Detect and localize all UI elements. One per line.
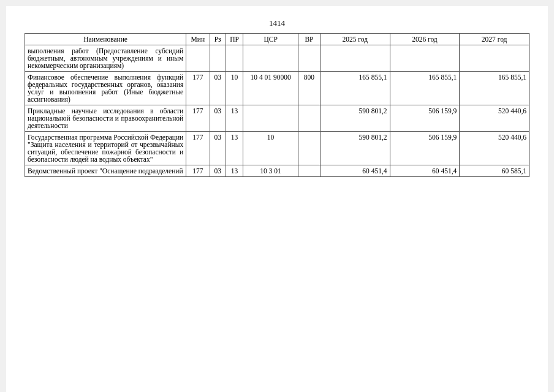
cell-rz-3: 03 bbox=[210, 132, 226, 165]
cell-y2026-2: 506 159,9 bbox=[390, 105, 460, 132]
cell-vr-2 bbox=[298, 105, 321, 132]
col-header-min: Мин bbox=[186, 34, 210, 45]
cell-y2025-2: 590 801,2 bbox=[320, 105, 390, 132]
col-header-vr: ВР bbox=[298, 34, 321, 45]
cell-name-0: выполнения работ (Предоставление субсиди… bbox=[25, 45, 186, 72]
cell-pr-3: 13 bbox=[226, 132, 243, 165]
page: 1414 Наименование Мин Рз ПР ЦСР ВР 2025 … bbox=[6, 6, 548, 392]
cell-rz-0 bbox=[210, 45, 226, 72]
col-header-pr: ПР bbox=[226, 34, 243, 45]
cell-y2025-3: 590 801,2 bbox=[320, 132, 390, 165]
cell-y2026-3: 506 159,9 bbox=[390, 132, 460, 165]
table-row: выполнения работ (Предоставление субсиди… bbox=[25, 45, 529, 72]
cell-min-4: 177 bbox=[186, 165, 210, 177]
col-header-y2025: 2025 год bbox=[320, 34, 390, 45]
cell-csr-3: 10 bbox=[243, 132, 298, 165]
cell-vr-3 bbox=[298, 132, 321, 165]
cell-rz-2: 03 bbox=[210, 105, 226, 132]
table-row: Ведомственный проект "Оснащение подразде… bbox=[25, 165, 529, 177]
cell-y2026-4: 60 451,4 bbox=[390, 165, 460, 177]
cell-vr-4 bbox=[298, 165, 321, 177]
table-row: Государственная программа Российской Фед… bbox=[25, 132, 529, 165]
table-row: Финансовое обеспечение выполнения функци… bbox=[25, 72, 529, 105]
cell-rz-1: 03 bbox=[210, 72, 226, 105]
cell-pr-2: 13 bbox=[226, 105, 243, 132]
col-header-rz: Рз bbox=[210, 34, 226, 45]
col-header-csr: ЦСР bbox=[243, 34, 298, 45]
page-number: 1414 bbox=[25, 18, 529, 28]
cell-y2027-1: 165 855,1 bbox=[460, 72, 529, 105]
cell-y2025-4: 60 451,4 bbox=[320, 165, 390, 177]
main-table: Наименование Мин Рз ПР ЦСР ВР 2025 год 2… bbox=[25, 33, 529, 177]
cell-csr-2 bbox=[243, 105, 298, 132]
cell-y2025-1: 165 855,1 bbox=[320, 72, 390, 105]
cell-pr-1: 10 bbox=[226, 72, 243, 105]
cell-vr-1: 800 bbox=[298, 72, 321, 105]
cell-rz-4: 03 bbox=[210, 165, 226, 177]
cell-pr-4: 13 bbox=[226, 165, 243, 177]
cell-csr-0 bbox=[243, 45, 298, 72]
cell-csr-4: 10 3 01 bbox=[243, 165, 298, 177]
cell-y2026-1: 165 855,1 bbox=[390, 72, 460, 105]
cell-pr-0 bbox=[226, 45, 243, 72]
cell-y2027-0 bbox=[460, 45, 529, 72]
cell-min-1: 177 bbox=[186, 72, 210, 105]
col-header-name: Наименование bbox=[25, 34, 186, 45]
table-row: Прикладные научные исследования в област… bbox=[25, 105, 529, 132]
cell-csr-1: 10 4 01 90000 bbox=[243, 72, 298, 105]
cell-min-2: 177 bbox=[186, 105, 210, 132]
cell-vr-0 bbox=[298, 45, 321, 72]
cell-y2027-2: 520 440,6 bbox=[460, 105, 529, 132]
cell-y2025-0 bbox=[320, 45, 390, 72]
col-header-y2026: 2026 год bbox=[390, 34, 460, 45]
cell-name-4: Ведомственный проект "Оснащение подразде… bbox=[25, 165, 186, 177]
col-header-y2027: 2027 год bbox=[460, 34, 529, 45]
cell-min-0 bbox=[186, 45, 210, 72]
cell-y2026-0 bbox=[390, 45, 460, 72]
cell-min-3: 177 bbox=[186, 132, 210, 165]
cell-name-2: Прикладные научные исследования в област… bbox=[25, 105, 186, 132]
cell-name-3: Государственная программа Российской Фед… bbox=[25, 132, 186, 165]
cell-y2027-3: 520 440,6 bbox=[460, 132, 529, 165]
cell-y2027-4: 60 585,1 bbox=[460, 165, 529, 177]
cell-name-1: Финансовое обеспечение выполнения функци… bbox=[25, 72, 186, 105]
